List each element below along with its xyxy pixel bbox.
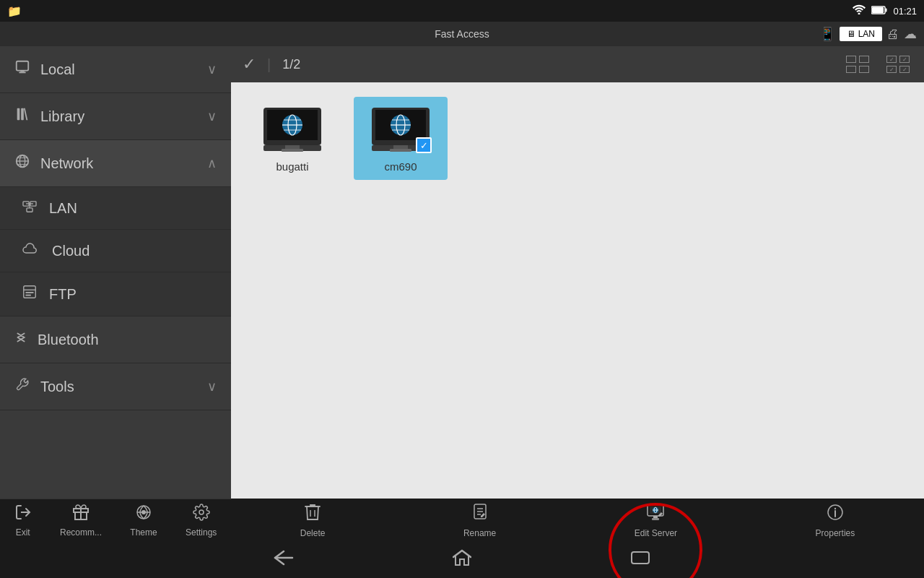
properties-button[interactable]: Properties (808, 500, 863, 541)
selected-badge: ✓ (416, 137, 432, 153)
edit-server-button[interactable]: Edit Server (627, 500, 684, 541)
status-bar: 📁 01:21 (0, 0, 924, 22)
sidebar-library-label: Library (40, 108, 84, 125)
sidebar-network-label: Network (40, 155, 93, 172)
svg-rect-7 (17, 108, 20, 121)
status-bar-left: 📁 (7, 4, 22, 18)
sidebar-bottom-bar: Exit Recomm... (0, 499, 231, 542)
delete-button[interactable]: Delete (293, 500, 333, 541)
bugatti-server-icon (260, 104, 325, 155)
sidebar-tools-label: Tools (40, 379, 74, 395)
content-bottom-bar: Delete Rename (231, 499, 924, 542)
file-item-cm690[interactable]: ✓ cm690 (354, 97, 448, 180)
svg-point-47 (141, 510, 146, 514)
sidebar-item-bluetooth[interactable]: Bluetooth (0, 316, 231, 363)
file-grid: bugatti (231, 82, 924, 499)
status-bar-right: 01:21 (853, 4, 917, 17)
home-button[interactable] (438, 545, 486, 575)
lan-tab[interactable]: 🖥 LAN (840, 27, 882, 41)
time: 01:21 (893, 6, 917, 17)
local-icon (14, 59, 30, 79)
properties-label: Properties (816, 528, 855, 538)
theme-button[interactable]: Theme (123, 501, 164, 540)
bottom-toolbar: Exit Recomm... (0, 499, 924, 542)
svg-point-64 (834, 507, 836, 509)
main-layout: Local ∨ Library ∨ (0, 46, 924, 499)
file-item-bugatti[interactable]: bugatti (245, 97, 339, 180)
battery-icon (871, 6, 887, 17)
sidebar-item-cloud[interactable]: Cloud (0, 230, 231, 272)
cloud-icon (22, 241, 40, 260)
svg-rect-43 (390, 149, 411, 152)
svg-rect-4 (17, 61, 29, 71)
title-bar: Fast Access 📱 🖥 LAN 🖨 ☁ (0, 22, 924, 46)
svg-rect-32 (285, 145, 300, 149)
sidebar-item-ftp[interactable]: FTP (0, 272, 231, 316)
check-icon[interactable]: ✓ (243, 55, 256, 74)
file-cm690-name: cm690 (384, 160, 417, 173)
svg-rect-8 (21, 108, 24, 121)
svg-rect-65 (632, 552, 649, 564)
theme-label: Theme (130, 527, 157, 538)
edit-server-icon (646, 503, 665, 526)
title-bar-icons: 📱 🖥 LAN 🖨 ☁ (819, 26, 917, 42)
recommend-button[interactable]: Recomm... (53, 501, 109, 540)
svg-point-48 (199, 510, 204, 514)
delete-label: Delete (300, 528, 326, 538)
library-chevron: ∨ (207, 108, 217, 124)
svg-rect-2 (886, 8, 887, 12)
svg-rect-23 (26, 295, 31, 296)
recommend-label: Recomm... (60, 527, 102, 538)
wifi-icon (853, 4, 866, 17)
tools-icon (14, 376, 30, 397)
rename-button[interactable]: Rename (456, 500, 503, 541)
ftp-icon (22, 284, 38, 304)
file-bugatti-name: bugatti (276, 160, 308, 173)
network-icon (14, 153, 30, 173)
printer-icon[interactable]: 🖨 (886, 27, 899, 42)
network-chevron: ∧ (207, 155, 217, 171)
svg-rect-61 (652, 518, 659, 520)
rename-label: Rename (463, 528, 496, 538)
delete-icon (305, 503, 321, 526)
sidebar-item-network[interactable]: Network ∧ (0, 140, 231, 187)
title-bar-text: Fast Access (435, 28, 489, 40)
lan-icon (22, 199, 38, 217)
sidebar-item-tools[interactable]: Tools ∨ (0, 363, 231, 410)
properties-icon (827, 503, 844, 526)
exit-label: Exit (16, 527, 30, 538)
recommend-icon (72, 504, 90, 525)
page-count: 1/2 (282, 57, 300, 72)
nav-bar (0, 542, 924, 578)
tablet-icon[interactable]: 📱 (819, 26, 835, 42)
cloud-tab-icon[interactable]: ☁ (904, 26, 917, 42)
sidebar-item-local[interactable]: Local ∨ (0, 46, 231, 93)
svg-point-0 (858, 13, 860, 15)
theme-icon (135, 504, 152, 525)
svg-rect-16 (27, 208, 32, 212)
sidebar-lan-label: LAN (49, 200, 77, 217)
tools-chevron: ∨ (207, 379, 217, 394)
sidebar: Local ∨ Library ∨ (0, 46, 231, 499)
svg-rect-42 (393, 145, 408, 149)
exit-button[interactable]: Exit (7, 501, 39, 540)
content-area: ✓ | 1/2 (231, 46, 924, 499)
recents-button[interactable] (616, 545, 665, 574)
sidebar-item-library[interactable]: Library ∨ (0, 93, 231, 140)
library-icon (14, 106, 30, 126)
select-all-button[interactable] (843, 53, 872, 76)
check-all-button[interactable] (884, 53, 912, 76)
svg-rect-6 (20, 71, 25, 72)
rename-icon (472, 503, 488, 526)
edit-server-label: Edit Server (635, 528, 677, 538)
svg-rect-3 (872, 7, 884, 13)
svg-rect-60 (653, 516, 658, 518)
settings-label: Settings (186, 527, 217, 538)
exit-icon (14, 504, 32, 525)
content-toolbar: ✓ | 1/2 (231, 46, 924, 82)
local-chevron: ∨ (207, 61, 217, 77)
settings-button[interactable]: Settings (178, 501, 224, 540)
sidebar-item-lan[interactable]: LAN (0, 187, 231, 230)
back-button[interactable] (259, 545, 308, 574)
svg-rect-5 (19, 72, 25, 73)
